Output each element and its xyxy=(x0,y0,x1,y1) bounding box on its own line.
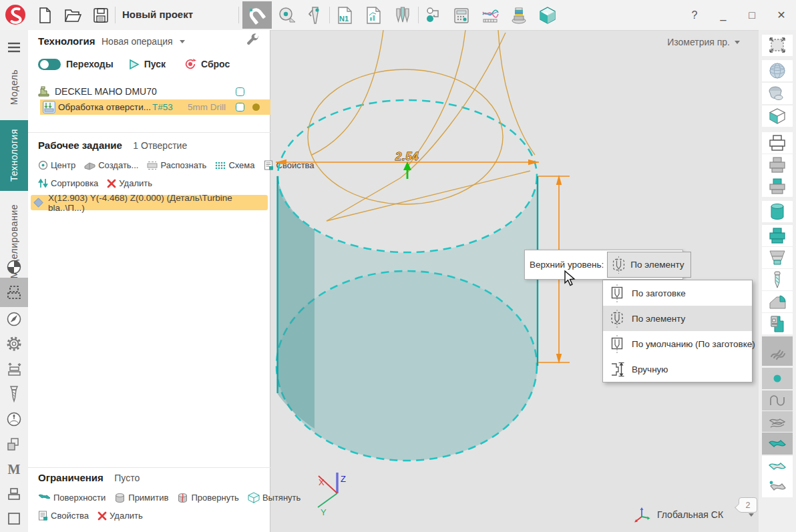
titlebar: Новый проект N1 ? _ □ ✕ xyxy=(0,0,796,31)
panel-title: Технология xyxy=(38,35,95,47)
measure-tape-button[interactable] xyxy=(274,3,300,28)
graphs-button[interactable] xyxy=(477,3,503,28)
snap-magnet-button[interactable] xyxy=(242,1,272,29)
job-item-row[interactable]: X(12.903) Y(-4.468) Z(0.000) (Деталь\Tur… xyxy=(31,195,268,210)
dimension-value: 2.54 xyxy=(395,150,419,163)
display-stock-steps-button[interactable] xyxy=(762,225,793,246)
reset-icon[interactable] xyxy=(184,58,196,70)
dial-gauge-icon[interactable] xyxy=(0,407,28,431)
operation-checkbox[interactable] xyxy=(236,103,244,111)
tool-icon[interactable] xyxy=(0,382,28,406)
tab-technology[interactable]: Технология xyxy=(0,120,28,191)
axis-z-label: Z xyxy=(341,474,346,484)
menu-item-default[interactable]: По умолчанию (По заготовке) xyxy=(603,331,752,356)
display-points-button[interactable] xyxy=(762,368,793,389)
fit-to-screen-button[interactable] xyxy=(762,35,793,56)
divider xyxy=(28,132,270,133)
primitive-button[interactable]: Примитив xyxy=(114,493,168,503)
operation-selector[interactable]: Новая операция xyxy=(102,36,185,47)
tab-model[interactable]: Модель xyxy=(0,58,28,117)
section-view-button[interactable] xyxy=(762,105,793,127)
menu-item-manual[interactable]: Вручную xyxy=(603,356,752,382)
report-button[interactable] xyxy=(361,3,386,28)
cylinder-rotate-icon xyxy=(177,493,188,503)
display-tool-button[interactable] xyxy=(762,269,793,290)
job-delete-button[interactable]: Удалить xyxy=(107,178,152,188)
display-stock-button[interactable] xyxy=(762,201,793,222)
controls-row: Переходы Пуск Сброс xyxy=(38,58,230,70)
reset-label[interactable]: Сброс xyxy=(201,59,230,69)
simulation-cube-button[interactable] xyxy=(535,3,560,28)
point-diamond-icon xyxy=(33,198,43,208)
workpiece-setup-icon[interactable] xyxy=(0,278,28,307)
stock-box-icon[interactable] xyxy=(0,507,28,531)
top-level-dropdown-button[interactable]: По элементу xyxy=(607,252,690,278)
tree-row-operation[interactable]: Обработка отверсти... T#53 5mm Drill xyxy=(40,99,270,115)
operation-settings-wrench-icon[interactable] xyxy=(246,33,260,48)
machine-checkbox[interactable] xyxy=(236,87,244,96)
tree-row-machine[interactable]: DECKEL MAHO DMU70 xyxy=(28,83,270,99)
settings-gear-icon[interactable] xyxy=(0,332,28,356)
compass-icon[interactable] xyxy=(0,307,28,331)
run-play-icon[interactable] xyxy=(128,59,140,70)
menu-item-by-stock[interactable]: По заготовке xyxy=(603,280,752,306)
display-hidden-faces-button[interactable] xyxy=(762,476,793,497)
main-menu-button[interactable] xyxy=(0,35,28,59)
render-part-button[interactable] xyxy=(762,83,793,104)
display-machine-head-button[interactable] xyxy=(762,313,793,334)
calculator-button[interactable] xyxy=(449,3,474,28)
nc-program-button[interactable]: N1 xyxy=(332,3,357,28)
layers-icon[interactable] xyxy=(0,433,28,457)
display-part-stock-button[interactable] xyxy=(762,176,793,197)
view-mode-selector[interactable]: Изометрия пр. xyxy=(667,37,740,47)
display-surfaces-button[interactable] xyxy=(762,433,793,455)
schema-grid-icon xyxy=(215,161,226,170)
top-level-popup: Верхний уровень: По элементу xyxy=(524,250,683,280)
save-project-button[interactable] xyxy=(88,3,114,28)
sort-button[interactable]: Сортировка xyxy=(38,178,98,188)
open-project-button[interactable] xyxy=(60,3,85,28)
close-button[interactable]: ✕ xyxy=(767,0,795,30)
revolve-check-button[interactable]: Провернуть xyxy=(177,493,238,503)
display-surfaces-wire-button[interactable] xyxy=(762,411,793,432)
top-level-label: Верхний уровень: xyxy=(530,260,604,270)
minimize-button[interactable]: _ xyxy=(709,0,737,30)
new-project-button[interactable] xyxy=(32,3,57,28)
properties-icon xyxy=(38,511,48,521)
constraints-toolbar-row2: Свойства Удалить xyxy=(38,511,152,521)
datum-icon[interactable] xyxy=(0,255,28,279)
right-toolbar: 26% xyxy=(759,30,796,532)
job-toolbar-row2: Сортировка Удалить xyxy=(38,178,161,188)
help-button[interactable]: ? xyxy=(680,0,709,30)
maximize-button[interactable]: □ xyxy=(738,0,766,30)
toolbar-separator xyxy=(238,7,239,23)
caliper-button[interactable] xyxy=(303,3,328,28)
macro-m-icon[interactable]: M xyxy=(0,457,28,481)
run-label[interactable]: Пуск xyxy=(144,59,166,69)
layers-stack-button[interactable] xyxy=(506,3,532,28)
technology-panel: Технология Новая операция Переходы Пуск … xyxy=(28,30,270,532)
fixture-icon[interactable] xyxy=(0,357,28,381)
schema-button[interactable]: Схема xyxy=(215,160,254,170)
center-button[interactable]: Центр xyxy=(38,160,75,170)
machining-sequence-button[interactable] xyxy=(421,3,446,28)
display-shaded-part-button[interactable] xyxy=(762,154,793,176)
display-machined-stock-button[interactable] xyxy=(762,247,793,268)
display-curves-button[interactable] xyxy=(762,390,793,411)
transitions-toggle[interactable] xyxy=(38,59,61,70)
display-toolpath-button[interactable] xyxy=(762,336,793,366)
part-icon[interactable] xyxy=(0,482,28,506)
constraints-properties-button[interactable]: Свойства xyxy=(38,511,89,521)
display-fixture-button[interactable] xyxy=(762,291,793,312)
render-sphere-button[interactable] xyxy=(762,60,793,81)
display-wireframe-part-button[interactable] xyxy=(762,132,793,154)
constraints-delete-button[interactable]: Удалить xyxy=(97,511,143,521)
center-icon xyxy=(38,160,48,170)
surface-flag-icon xyxy=(38,493,51,503)
create-button[interactable]: Создать... xyxy=(84,160,138,170)
display-faces-button[interactable] xyxy=(762,456,793,477)
tools-library-button[interactable] xyxy=(389,3,415,28)
surfaces-button[interactable]: Поверхности xyxy=(38,493,106,503)
recognize-button[interactable]: Распознать xyxy=(147,160,206,170)
menu-item-by-element[interactable]: По элементу xyxy=(603,306,752,331)
